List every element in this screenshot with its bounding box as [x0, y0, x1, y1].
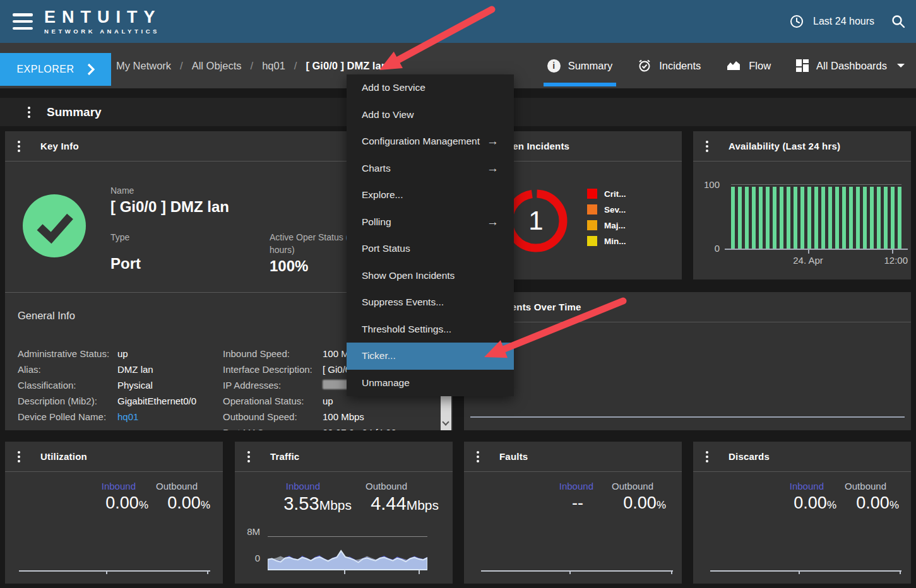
- gridline: [731, 184, 901, 185]
- x-axis-tick: [900, 570, 901, 574]
- availability-bar: [745, 187, 749, 249]
- panel-kebab-menu-icon[interactable]: [706, 451, 708, 462]
- menu-item-charts[interactable]: Charts→: [347, 155, 514, 182]
- x-axis-date-label: 24. Apr: [788, 255, 828, 266]
- legend-item-maj: Maj...: [587, 220, 626, 230]
- info-value: 100 Mbps: [323, 410, 364, 423]
- oper-status-value: 100%: [270, 257, 308, 275]
- screen: ENTUITY NETWORK ANALYTICS Last 24 hours …: [0, 0, 916, 588]
- availability-bar: [877, 187, 881, 249]
- panel-title: Faults: [499, 451, 528, 462]
- tab-incidents-label: Incidents: [659, 60, 701, 72]
- info-label: Description (Mib2):: [18, 394, 117, 408]
- info-label: Device Polled Name:: [18, 410, 117, 423]
- menu-item-suppress-events[interactable]: Suppress Events...: [347, 289, 514, 316]
- outbound-label: Outbound: [357, 481, 439, 491]
- availability-bar: [794, 187, 797, 249]
- panel-kebab-menu-icon[interactable]: [706, 141, 708, 152]
- info-label: Alias:: [18, 363, 117, 376]
- menu-item-ticker[interactable]: Ticker...: [347, 343, 514, 370]
- search-icon[interactable]: [891, 14, 906, 29]
- explorer-button[interactable]: EXPLORER: [0, 53, 111, 86]
- tab-summary[interactable]: i Summary: [547, 59, 613, 73]
- availability-bar: [870, 187, 874, 249]
- menu-item-threshold-settings[interactable]: Threshold Settings...: [347, 316, 514, 343]
- menu-item-label: Add to Service: [362, 82, 425, 93]
- page-kebab-menu-icon[interactable]: [28, 107, 30, 118]
- legend-label: Crit...: [604, 189, 626, 199]
- general-info-heading: General Info: [18, 310, 75, 322]
- availability-bar: [780, 187, 783, 249]
- outbound-stat: Outbound 0.00%: [128, 472, 210, 513]
- availability-panel: Availability (Last 24 hrs) 100 0 24. Apr…: [693, 131, 911, 279]
- outbound-value: 0.00%: [128, 493, 210, 513]
- panel-kebab-menu-icon[interactable]: [18, 451, 20, 462]
- menu-item-label: Charts: [362, 163, 391, 174]
- info-label: IP Addresses:: [223, 379, 323, 392]
- tab-flow-label: Flow: [749, 60, 771, 72]
- flow-chart-icon: [726, 59, 741, 72]
- info-row-administrative-status: Administrative Status:up: [18, 347, 232, 360]
- type-label: Type: [110, 232, 129, 242]
- x-axis: [725, 249, 908, 250]
- tab-all-dashboards[interactable]: All Dashboards: [796, 59, 905, 72]
- legend-swatch: [587, 189, 597, 199]
- menu-item-label: Port Status: [362, 243, 410, 254]
- y-axis-min-label: 0: [240, 553, 260, 563]
- name-value: [ Gi0/0 ] DMZ lan: [110, 198, 229, 216]
- info-row-device-polled-name: Device Polled Name:hq01: [18, 410, 232, 423]
- outbound-value: 4.44Mbps: [357, 493, 439, 514]
- tab-flow[interactable]: Flow: [726, 59, 771, 72]
- faults-panel: Faults Inbound -- Outbound 0.00%: [464, 442, 682, 584]
- breadcrumb-item-hq01[interactable]: hq01: [262, 60, 285, 72]
- inbound-label: Inbound: [270, 481, 352, 491]
- menu-item-port-status[interactable]: Port Status: [347, 235, 514, 262]
- info-row-classification: Classification:Physical: [18, 379, 232, 392]
- info-value-link[interactable]: hq01: [117, 410, 138, 423]
- submenu-arrow-icon: →: [487, 134, 499, 148]
- outbound-stat: Outbound 0.00%: [584, 472, 666, 513]
- menu-item-show-open-incidents[interactable]: Show Open Incidents: [347, 262, 514, 290]
- hamburger-menu-icon[interactable]: [13, 13, 33, 30]
- menu-item-polling[interactable]: Polling→: [347, 209, 514, 236]
- legend-item-min: Min...: [587, 236, 626, 246]
- menu-item-explore[interactable]: Explore...: [347, 182, 514, 209]
- breadcrumb-item-all-objects[interactable]: All Objects: [192, 60, 242, 72]
- availability-bar: [828, 187, 832, 249]
- info-label: Inbound Speed:: [223, 347, 323, 360]
- menu-item-unmanage[interactable]: Unmanage: [347, 370, 514, 397]
- info-value: up: [323, 394, 333, 408]
- tab-all-dashboards-label: All Dashboards: [816, 60, 887, 72]
- info-value: Physical: [117, 379, 153, 392]
- breadcrumb-current-port[interactable]: [ Gi0/0 ] DMZ lan: [306, 60, 387, 72]
- legend-item-sev: Sev...: [587, 204, 626, 215]
- availability-bar: [835, 187, 839, 249]
- app-header: ENTUITY NETWORK ANALYTICS Last 24 hours: [0, 0, 916, 43]
- x-axis-tick: [892, 250, 893, 254]
- outbound-stat: Outbound 4.44Mbps: [357, 472, 439, 514]
- menu-item-add-to-view[interactable]: Add to View: [347, 102, 514, 129]
- breadcrumb-item-my-network[interactable]: My Network: [116, 60, 171, 72]
- menu-item-label: Explore...: [362, 189, 403, 201]
- menu-item-configuration-management[interactable]: Configuration Management→: [347, 128, 514, 155]
- info-label: Port MAC:: [223, 426, 323, 430]
- x-axis-tick: [207, 570, 208, 574]
- panel-kebab-menu-icon[interactable]: [247, 451, 250, 462]
- scroll-down-icon: [442, 418, 449, 425]
- discards-panel: Discards Inbound 0.00% Outbound 0.00%: [693, 442, 911, 584]
- events-header: Events Over Time: [464, 292, 911, 322]
- info-label: Administrative Status:: [18, 347, 117, 360]
- availability-bar-chart: [731, 187, 901, 249]
- info-row-operational-status: Operational Status:up: [223, 394, 437, 408]
- panel-kebab-menu-icon[interactable]: [477, 451, 479, 462]
- type-value: Port: [110, 255, 141, 273]
- status-ok-icon: [23, 194, 86, 257]
- view-tabs: i Summary Incidents Flow All: [547, 43, 905, 88]
- menu-item-add-to-service[interactable]: Add to Service: [347, 74, 514, 102]
- clock-icon: [789, 14, 804, 29]
- time-range-selector[interactable]: Last 24 hours: [789, 0, 874, 43]
- tab-incidents[interactable]: Incidents: [638, 59, 701, 73]
- panel-kebab-menu-icon[interactable]: [18, 141, 20, 152]
- menu-item-label: Add to View: [362, 109, 413, 121]
- outbound-value: 0.00%: [584, 493, 666, 513]
